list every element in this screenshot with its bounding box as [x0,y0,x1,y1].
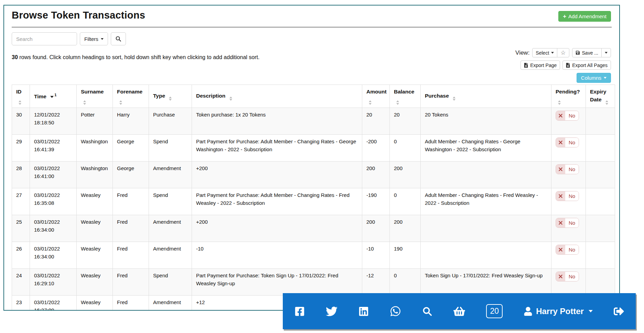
cell-type: Amendment [149,215,192,242]
cell-purchase: 20 Tokens [421,108,551,134]
cell-balance: 200 [390,215,421,242]
cell-type: Amendment [149,242,192,268]
cell-time: 03/01/202216:41:00 [30,161,77,188]
columns-label: Columns [581,75,601,81]
transactions-table: ID Time 1Surname Forename Type Descripti… [12,85,615,311]
pending-no-badge: No [556,111,579,121]
cell-balance: 0 [390,134,421,161]
view-select-button[interactable]: Select [532,48,557,57]
column-header-surname[interactable]: Surname [77,85,113,108]
search-input[interactable] [12,32,77,45]
export-page-label: Export Page [530,63,557,68]
cell-purchase [421,215,551,242]
export-page-button[interactable]: Export Page [520,60,560,70]
twitter-icon[interactable] [326,306,337,317]
whatsapp-icon[interactable] [390,306,401,317]
search-button[interactable] [111,32,126,45]
cell-type: Amendment [149,295,192,311]
column-header-expiry_date[interactable]: Expiry Date [586,85,615,108]
cell-expiry_date [586,134,615,161]
pending-no-badge: No [556,137,579,147]
cell-forename: Fred [113,188,149,215]
cell-forename: George [113,134,149,161]
column-header-balance[interactable]: Balance [390,85,421,108]
column-header-pending[interactable]: Pending? [551,85,586,108]
main-panel: Browse Token Transactions + Add Amendmen… [3,5,620,311]
search-icon[interactable] [422,306,432,317]
cell-id: 28 [12,161,30,188]
sort-arrows-icon [558,100,561,105]
view-label: View: [515,49,529,56]
table-row: 2603/01/202216:34:00WeasleyFredAmendment… [12,242,615,268]
sort-arrows-icon [83,100,86,105]
cell-description: Token purchase: 1x 20 Tokens [192,108,362,134]
cell-balance: 0 [390,268,421,295]
add-amendment-label: Add Amendment [568,13,607,19]
linkedin-icon[interactable] [358,306,369,317]
column-header-amount[interactable]: Amount [362,85,390,108]
cell-balance: 200 [390,161,421,188]
token-count-badge[interactable]: 20 [486,304,503,318]
column-header-time[interactable]: Time 1 [30,85,77,108]
column-label: Balance [394,89,414,95]
basket-icon[interactable] [453,306,465,317]
column-header-forename[interactable]: Forename [113,85,149,108]
cell-description: -10 [192,242,362,268]
cell-expiry_date [586,188,615,215]
sort-arrows-icon [119,100,122,105]
cell-forename: George [113,161,149,188]
filters-button[interactable]: Filters [80,32,108,45]
column-header-description[interactable]: Description [192,85,362,108]
star-icon: ☆ [560,50,566,56]
cell-amount: 200 [362,161,390,188]
cell-forename: Harry [113,108,149,134]
cell-forename: Fred [113,295,149,311]
facebook-icon[interactable] [294,306,305,317]
cell-id: 27 [12,188,30,215]
save-view-button[interactable]: Save ... [572,48,602,57]
column-label: Purchase [425,93,449,99]
cell-surname: Washington [77,161,113,188]
cell-forename: Fred [113,215,149,242]
export-all-pages-button[interactable]: Export All Pages [562,60,611,70]
filters-label: Filters [84,36,98,42]
x-icon [556,218,565,227]
column-header-type[interactable]: Type [149,85,192,108]
cell-time: 03/01/202216:29:10 [30,268,77,295]
column-header-id[interactable]: ID [12,85,30,108]
view-controls: View: Select ☆ Save ... [515,48,611,83]
cell-expiry_date [586,161,615,188]
cell-time: 03/01/202216:35:08 [30,188,77,215]
cell-surname: Weasley [77,188,113,215]
logout-icon[interactable] [614,306,624,317]
magnifier-icon [115,36,121,42]
column-label: Surname [81,89,104,95]
sort-arrows-icon [169,97,172,101]
x-icon [556,245,565,254]
cell-purchase [421,161,551,188]
row-count: 30 [12,54,18,60]
sort-arrows-icon [453,97,455,101]
cell-forename: Fred [113,268,149,295]
add-amendment-button[interactable]: + Add Amendment [558,11,611,22]
cell-time: 03/01/202216:27:00 [30,295,77,311]
user-menu[interactable]: Harry Potter [524,307,593,316]
cell-id: 23 [12,295,30,311]
cell-description: +200 [192,215,362,242]
page-header: Browse Token Transactions + Add Amendmen… [12,10,612,25]
columns-button[interactable]: Columns [577,73,611,83]
x-icon [556,191,565,201]
save-view-caret-button[interactable] [601,48,611,57]
column-label: Forename [117,89,142,95]
cell-pending: No [551,242,586,268]
sort-order-number: 1 [54,93,56,97]
pending-label: No [565,218,579,227]
favorite-view-button[interactable]: ☆ [557,48,569,57]
table-row: 2503/01/202216:34:00WeasleyFredAmendment… [12,215,615,242]
column-header-purchase[interactable]: Purchase [421,85,551,108]
pending-label: No [565,245,579,254]
cell-surname: Weasley [77,215,113,242]
pending-no-badge: No [556,218,579,228]
cell-surname: Washington [77,134,113,161]
cell-surname: Weasley [77,242,113,268]
